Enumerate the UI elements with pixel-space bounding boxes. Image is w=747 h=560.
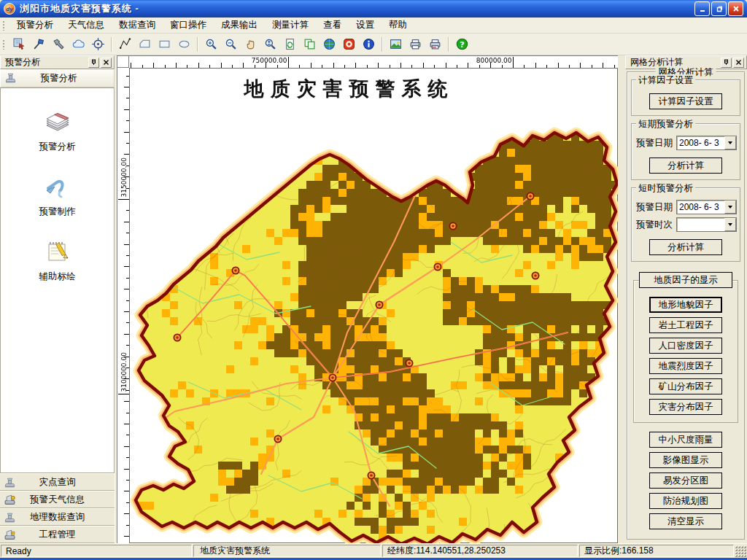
calc-factor-group-title: 计算因子设置 (636, 74, 695, 87)
short-term-date-combo[interactable]: 2008- 6- 3 (676, 136, 737, 150)
print-icon[interactable] (406, 35, 425, 53)
short-time-group-title: 短时预警分析 (636, 182, 695, 195)
menu-item-5[interactable]: 成果输出 (214, 17, 265, 34)
status-bar: Ready 地质灾害预警系统 经纬度:114.140551,28.250253 … (0, 543, 747, 558)
print2-icon[interactable] (426, 35, 444, 53)
panel-bar-2[interactable]: 预警天气信息 (0, 491, 115, 508)
help-icon[interactable]: ? (453, 35, 471, 53)
extra-button-1[interactable]: 中小尺度雨量 (649, 432, 722, 448)
menu-grip[interactable] (2, 20, 6, 31)
extra-button-2[interactable]: 影像图显示 (649, 452, 722, 468)
panel-splitter[interactable] (618, 55, 625, 543)
short-time-date-combo[interactable]: 2008- 6- 3 (676, 200, 737, 214)
rectangle-icon[interactable] (155, 35, 174, 53)
pan-icon[interactable] (241, 35, 260, 53)
calc-factor-settings-button[interactable]: 计算因子设置 (649, 93, 722, 109)
record-icon[interactable] (340, 35, 358, 53)
stamp-icon (4, 511, 16, 526)
extra-button-3[interactable]: 易发分区图 (649, 472, 722, 489)
target-icon[interactable] (89, 35, 107, 53)
menu-item-8[interactable]: 设置 (349, 17, 382, 34)
short-term-group: 短期预警分析 预警日期 2008- 6- 3 分析计算 (631, 123, 740, 180)
project-manage-icon (4, 529, 16, 543)
geo-factor-display-button[interactable]: 地质因子的显示 (639, 272, 732, 288)
short-term-date-label: 预警日期 (636, 137, 673, 149)
short-time-times-combo[interactable] (676, 217, 737, 232)
menu-item-3[interactable]: 数据查询 (112, 17, 163, 34)
zoom-in-icon[interactable] (202, 35, 220, 53)
copy-icon[interactable] (301, 35, 319, 53)
minimize-button[interactable] (694, 1, 710, 16)
refresh-icon[interactable] (281, 35, 299, 53)
factor-button-5[interactable]: 矿山分布因子 (649, 378, 722, 394)
toolbar: ? (0, 34, 747, 55)
right-pin-button[interactable] (721, 58, 732, 68)
map-page: 地质灾害预警系统 (129, 68, 618, 543)
toolbar-separator (111, 37, 112, 52)
toolbar-grip[interactable] (2, 39, 6, 50)
menu-item-2[interactable]: 天气信息 (61, 17, 112, 34)
menu-item-7[interactable]: 查看 (316, 17, 349, 34)
tool-item-3[interactable]: 辅助标绘 (39, 237, 76, 283)
menu-bar: 预警分析天气信息数据查询窗口操作成果输出测量计算查看设置帮助 (0, 18, 747, 34)
map-canvas[interactable] (130, 69, 619, 544)
left-pin-button[interactable] (88, 58, 99, 68)
grid-analysis-groupbox: 网格分析计算 计算因子设置 计算因子设置 短期预警分析 预警日期 2008- 6… (627, 71, 745, 540)
select-map-icon[interactable] (10, 35, 28, 53)
info-icon[interactable] (360, 35, 378, 53)
factor-button-6[interactable]: 灾害分布因子 (649, 399, 722, 415)
panel-bar-1[interactable]: 灾点查询 (0, 473, 115, 491)
left-dock-titlebar: 预警分析 (0, 55, 115, 69)
tool-item-2[interactable]: 预警制作 (39, 172, 76, 218)
hammer-icon[interactable] (50, 35, 68, 53)
extra-button-5[interactable]: 清空显示 (649, 513, 722, 529)
stamp-icon (4, 71, 17, 86)
stamp-icon (4, 476, 16, 491)
panel-bar-label: 工程管理 (0, 529, 115, 541)
window-title: 浏阳市地质灾害预警系统 - (20, 2, 693, 15)
chevron-down-icon[interactable] (724, 218, 736, 231)
panel-bar-label: 灾点查询 (0, 476, 115, 489)
restore-button[interactable] (711, 1, 727, 16)
cloud-icon[interactable] (69, 35, 88, 53)
short-term-analyze-button[interactable]: 分析计算 (649, 158, 722, 174)
factor-button-3[interactable]: 人口密度因子 (649, 338, 722, 354)
chevron-down-icon[interactable] (724, 136, 736, 149)
left-dock-title: 预警分析 (5, 56, 87, 69)
right-close-button[interactable] (733, 58, 744, 68)
panel-bar-label: 预警天气信息 (0, 494, 115, 506)
polyline-icon[interactable] (116, 35, 134, 53)
menu-item-4[interactable]: 窗口操作 (163, 17, 214, 34)
factor-button-4[interactable]: 地震烈度因子 (649, 358, 722, 374)
toolbar-separator (382, 37, 383, 52)
tool-item-1[interactable]: 预警分析 (39, 107, 76, 153)
zoom-out-icon[interactable] (222, 35, 240, 53)
left-close-button[interactable] (101, 58, 112, 68)
image-icon[interactable] (387, 35, 405, 53)
ellipse-icon[interactable] (175, 35, 193, 53)
zoom-extent-icon[interactable] (261, 35, 279, 53)
panel-bar-label: 地理数据查询 (0, 511, 115, 524)
resize-grip[interactable] (735, 546, 746, 557)
tool-item-label: 预警分析 (39, 141, 76, 153)
short-time-group: 短时预警分析 预警日期 2008- 6- 3 预警时次 分析计算 (631, 187, 740, 262)
panel-bar-3[interactable]: 地理数据查询 (0, 508, 115, 526)
menu-item-9[interactable]: 帮助 (382, 17, 414, 34)
chevron-down-icon[interactable] (724, 201, 736, 214)
extra-button-4[interactable]: 防治规划图 (649, 493, 722, 509)
globe-icon[interactable] (320, 35, 338, 53)
menu-item-1[interactable]: 预警分析 (9, 17, 61, 34)
close-button[interactable] (728, 1, 743, 16)
status-ready: Ready (1, 545, 192, 557)
panel-bar-4[interactable]: 工程管理 (0, 526, 115, 543)
factor-button-2[interactable]: 岩土工程因子 (649, 317, 722, 333)
status-coordinates: 经纬度:114.140551,28.250253 (382, 545, 578, 557)
book-icon (42, 107, 73, 139)
tool-item-label: 辅助标绘 (39, 271, 76, 283)
factor-button-1[interactable]: 地形地貌因子 (649, 297, 722, 313)
short-time-date-value: 2008- 6- 3 (677, 202, 724, 212)
polygon-icon[interactable] (136, 35, 154, 53)
flag-icon[interactable] (30, 35, 48, 53)
menu-item-6[interactable]: 测量计算 (265, 17, 316, 34)
short-time-analyze-button[interactable]: 分析计算 (649, 239, 722, 255)
